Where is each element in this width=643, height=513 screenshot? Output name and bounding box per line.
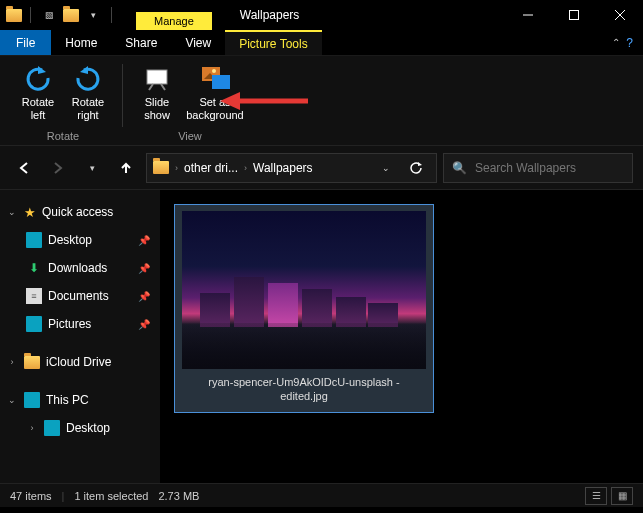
- sidebar-item-downloads[interactable]: ⬇ Downloads 📌: [0, 254, 160, 282]
- slide-show-icon: [141, 62, 173, 94]
- rotate-left-button[interactable]: Rotate left: [14, 60, 62, 124]
- thumbnails-view-button[interactable]: ▦: [611, 487, 633, 505]
- group-label-view: View: [178, 130, 202, 145]
- qat-open-icon[interactable]: [63, 7, 79, 23]
- pin-icon: 📌: [138, 263, 150, 274]
- sidebar-quick-access[interactable]: ⌄ ★ Quick access: [0, 198, 160, 226]
- star-icon: ★: [24, 205, 36, 220]
- chevron-right-icon[interactable]: ›: [6, 357, 18, 367]
- menubar: File Home Share View Picture Tools ⌃ ?: [0, 30, 643, 56]
- statusbar: 47 items | 1 item selected 2.73 MB ☰ ▦: [0, 483, 643, 507]
- status-selection: 1 item selected: [74, 490, 148, 502]
- separator: [111, 7, 112, 23]
- separator: |: [62, 490, 65, 502]
- sidebar-label: Quick access: [42, 205, 113, 219]
- context-tab-manage[interactable]: Manage: [136, 12, 212, 30]
- rotate-right-label: Rotate right: [72, 96, 104, 122]
- separator: [30, 7, 31, 23]
- address-dropdown-button[interactable]: ⌄: [372, 154, 400, 182]
- svg-line-7: [149, 84, 153, 90]
- qat-dropdown-icon[interactable]: ▾: [83, 5, 103, 25]
- tab-home[interactable]: Home: [51, 30, 111, 55]
- minimize-button[interactable]: [505, 0, 551, 30]
- back-button[interactable]: [10, 154, 38, 182]
- breadcrumb-segment[interactable]: Wallpapers: [253, 161, 313, 175]
- chevron-down-icon[interactable]: ⌄: [6, 395, 18, 405]
- chevron-right-icon[interactable]: ›: [26, 423, 38, 433]
- svg-marker-14: [220, 92, 240, 110]
- qat-properties-icon[interactable]: ▧: [39, 5, 59, 25]
- help-icon[interactable]: ?: [626, 36, 633, 50]
- refresh-button[interactable]: [402, 154, 430, 182]
- pin-icon: 📌: [138, 291, 150, 302]
- close-button[interactable]: [597, 0, 643, 30]
- search-icon: 🔍: [452, 161, 467, 175]
- sidebar-icloud-drive[interactable]: › iCloud Drive: [0, 348, 160, 376]
- ribbon: Rotate left Rotate right Rotate Slide sh…: [0, 56, 643, 146]
- context-tab-strip: Manage: [136, 0, 212, 30]
- sidebar-item-desktop[interactable]: Desktop 📌: [0, 226, 160, 254]
- svg-marker-15: [418, 162, 422, 166]
- sidebar-pc-desktop[interactable]: › Desktop: [0, 414, 160, 442]
- file-thumbnail[interactable]: ryan-spencer-Um9AkOIDcU-unsplash - edite…: [174, 204, 434, 413]
- file-name-label: ryan-spencer-Um9AkOIDcU-unsplash - edite…: [181, 369, 427, 406]
- pin-icon: 📌: [138, 235, 150, 246]
- window-controls: [505, 0, 643, 30]
- chevron-right-icon[interactable]: ›: [175, 163, 178, 173]
- svg-marker-4: [38, 66, 46, 74]
- tab-view[interactable]: View: [171, 30, 225, 55]
- recent-locations-button[interactable]: ▾: [78, 154, 106, 182]
- sidebar-this-pc[interactable]: ⌄ This PC: [0, 386, 160, 414]
- app-icon: [6, 7, 22, 23]
- ribbon-collapse-icon[interactable]: ⌃: [612, 37, 620, 48]
- sidebar-label: Downloads: [48, 261, 107, 275]
- file-menu[interactable]: File: [0, 30, 51, 55]
- this-pc-icon: [24, 392, 40, 408]
- tab-picture-tools[interactable]: Picture Tools: [225, 30, 321, 55]
- rotate-left-icon: [22, 62, 54, 94]
- address-bar[interactable]: › other dri... › Wallpapers ⌄: [146, 153, 437, 183]
- search-box[interactable]: 🔍: [443, 153, 633, 183]
- svg-rect-6: [147, 70, 167, 84]
- rotate-right-button[interactable]: Rotate right: [64, 60, 112, 124]
- tab-share[interactable]: Share: [111, 30, 171, 55]
- forward-button[interactable]: [44, 154, 72, 182]
- sidebar-label: iCloud Drive: [46, 355, 111, 369]
- pictures-icon: [26, 316, 42, 332]
- group-label-rotate: Rotate: [47, 130, 79, 145]
- pin-icon: 📌: [138, 319, 150, 330]
- up-button[interactable]: [112, 154, 140, 182]
- sidebar-label: Desktop: [48, 233, 92, 247]
- slide-show-label: Slide show: [144, 96, 170, 122]
- desktop-icon: [26, 232, 42, 248]
- sidebar-item-documents[interactable]: ≡ Documents 📌: [0, 282, 160, 310]
- thumbnail-image: [182, 211, 426, 369]
- chevron-right-icon[interactable]: ›: [244, 163, 247, 173]
- svg-marker-5: [80, 66, 88, 74]
- window-title: Wallpapers: [240, 8, 300, 22]
- details-view-button[interactable]: ☰: [585, 487, 607, 505]
- chevron-down-icon[interactable]: ⌄: [6, 207, 18, 217]
- folder-icon: [153, 160, 169, 176]
- sidebar-item-pictures[interactable]: Pictures 📌: [0, 310, 160, 338]
- desktop-icon: [44, 420, 60, 436]
- maximize-button[interactable]: [551, 0, 597, 30]
- svg-line-8: [161, 84, 165, 90]
- downloads-icon: ⬇: [26, 260, 42, 276]
- slide-show-button[interactable]: Slide show: [133, 60, 181, 124]
- ribbon-separator: [122, 64, 123, 127]
- sidebar-label: Desktop: [66, 421, 110, 435]
- ribbon-group-rotate: Rotate left Rotate right Rotate: [8, 60, 118, 145]
- content-pane[interactable]: ryan-spencer-Um9AkOIDcU-unsplash - edite…: [160, 190, 643, 483]
- rotate-left-label: Rotate left: [22, 96, 54, 122]
- sidebar-label: This PC: [46, 393, 89, 407]
- titlebar: ▧ ▾ Manage Wallpapers: [0, 0, 643, 30]
- breadcrumb-segment[interactable]: other dri...: [184, 161, 238, 175]
- svg-rect-1: [570, 11, 579, 20]
- quick-access-toolbar: ▧ ▾: [0, 5, 116, 25]
- folder-icon: [24, 354, 40, 370]
- search-input[interactable]: [475, 161, 625, 175]
- status-size: 2.73 MB: [158, 490, 199, 502]
- svg-point-11: [212, 69, 216, 73]
- sidebar-label: Documents: [48, 289, 109, 303]
